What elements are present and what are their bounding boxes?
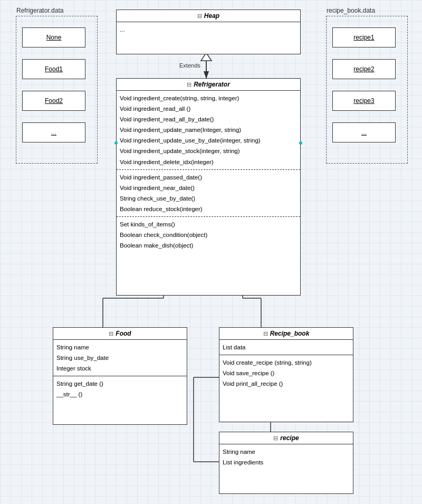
refrigerator-section2: Void ingredient_passed_date() Void ingre…: [117, 170, 300, 217]
ref-method-2: Void ingredient_read_all (): [120, 103, 297, 114]
recipe-data-item-2-text: recipe2: [353, 65, 374, 73]
recipe-attr-2: List ingredients: [223, 457, 350, 468]
recipe-data-item-3: recipe3: [332, 91, 396, 111]
recipe-section1: String name List ingredients: [219, 444, 353, 470]
refrigerator-box: ⊟ Refrigerator Void ingredient_create(st…: [116, 78, 301, 296]
ref-method-6: Void ingredient_update_stock(integer, st…: [120, 146, 297, 156]
ref-method-4: Void ingredient_update_name(Integer, str…: [120, 125, 297, 135]
heap-box: ⊟ Heap ...: [116, 9, 301, 54]
heap-ellipsis: ...: [120, 24, 297, 35]
heap-minus: ⊟: [197, 13, 202, 20]
ref-method-1: Void ingredient_create(string, string, i…: [120, 93, 297, 103]
recipe-book-method-3: Void print_all_recipe (): [223, 378, 350, 389]
recipe-book-method-2: Void save_recipe (): [223, 368, 350, 378]
ref-data-item-ellipsis-text: ...: [51, 129, 56, 136]
food-method-1: String get_date (): [56, 378, 184, 389]
recipe-book-header: ⊟ Recipe_book: [219, 328, 353, 340]
heap-title: Heap: [204, 12, 219, 20]
extends-label: Extends: [179, 62, 200, 69]
recipe-book-method-1: Void create_recipe (string, string): [223, 357, 350, 368]
ref-method-9: Void ingredient_near_date(): [120, 183, 297, 193]
heap-section: ...: [117, 22, 300, 37]
refrigerator-header: ⊟ Refrigerator: [117, 79, 300, 91]
refrigerator-minus: ⊟: [187, 81, 191, 88]
recipe-data-item-1: recipe1: [332, 27, 396, 47]
food-method-2: __str__ (): [56, 389, 184, 400]
food-attr-1: String name: [56, 342, 184, 353]
recipe-box: ⊟ recipe String name List ingredients: [219, 432, 353, 494]
recipe-book-title: Recipe_book: [270, 330, 310, 337]
food-title: Food: [116, 330, 131, 337]
ref-data-item-food2: Food2: [22, 91, 85, 111]
recipe-minus: ⊟: [273, 435, 278, 442]
food-attr-3: Integer stock: [56, 363, 184, 374]
recipe-data-item-ellipsis: ...: [332, 122, 396, 142]
refrigerator-section1: Void ingredient_create(string, string, i…: [117, 91, 300, 170]
recipe-data-item-2: recipe2: [332, 59, 396, 79]
ref-data-item-none-text: None: [46, 34, 62, 41]
recipe-header: ⊟ recipe: [219, 432, 353, 444]
recipe-book-minus: ⊟: [263, 330, 268, 337]
refrigerator-data-label: Refrigerator.data: [16, 7, 63, 14]
food-attr-2: String use_by_date: [56, 353, 184, 363]
recipe-data-item-3-text: recipe3: [353, 97, 374, 104]
recipe-book-data-label: recipe_book.data: [327, 7, 375, 14]
ref-method-13: Boolean check_condition(object): [120, 230, 297, 240]
ref-method-12: Set kinds_of_items(): [120, 219, 297, 230]
recipe-data-item-ellipsis-text: ...: [361, 129, 367, 136]
refrigerator-title: Refrigerator: [194, 81, 230, 88]
ref-method-5: Void ingredient_update_use_by_date(integ…: [120, 135, 297, 146]
ref-data-item-ellipsis: ...: [22, 122, 85, 142]
ref-data-item-none: None: [22, 27, 85, 47]
ref-method-10: String check_use_by_date(): [120, 193, 297, 204]
food-box: ⊟ Food String name String use_by_date In…: [53, 327, 187, 425]
ref-method-11: Boolean reduce_stock(integer): [120, 204, 297, 214]
food-section2: String get_date () __str__ (): [53, 376, 187, 402]
recipe-attr-1: String name: [223, 446, 350, 457]
heap-header: ⊟ Heap: [117, 10, 300, 22]
recipe-book-box: ⊟ Recipe_book List data Void create_reci…: [219, 327, 353, 422]
recipe-book-section1: List data: [219, 340, 353, 355]
recipe-title: recipe: [280, 434, 299, 442]
ref-method-7: Void ingredient_delete_idx(integer): [120, 157, 297, 167]
food-header: ⊟ Food: [53, 328, 187, 340]
ref-data-item-food1-text: Food1: [45, 65, 63, 73]
food-section1: String name String use_by_date Integer s…: [53, 340, 187, 376]
food-minus: ⊟: [109, 330, 113, 337]
refrigerator-section3: Set kinds_of_items() Boolean check_condi…: [117, 217, 300, 253]
ref-data-item-food2-text: Food2: [45, 97, 63, 104]
cyan-dot-left: [114, 141, 118, 145]
ref-method-14: Boolean make_dish(object): [120, 240, 297, 251]
ref-method-8: Void ingredient_passed_date(): [120, 172, 297, 183]
recipe-book-section2: Void create_recipe (string, string) Void…: [219, 355, 353, 391]
ref-method-3: Void ingredient_read_all_by_date(): [120, 114, 297, 125]
recipe-data-item-1-text: recipe1: [353, 34, 374, 41]
cyan-dot-right: [299, 141, 302, 145]
recipe-book-attr-1: List data: [223, 342, 350, 353]
ref-data-item-food1: Food1: [22, 59, 85, 79]
